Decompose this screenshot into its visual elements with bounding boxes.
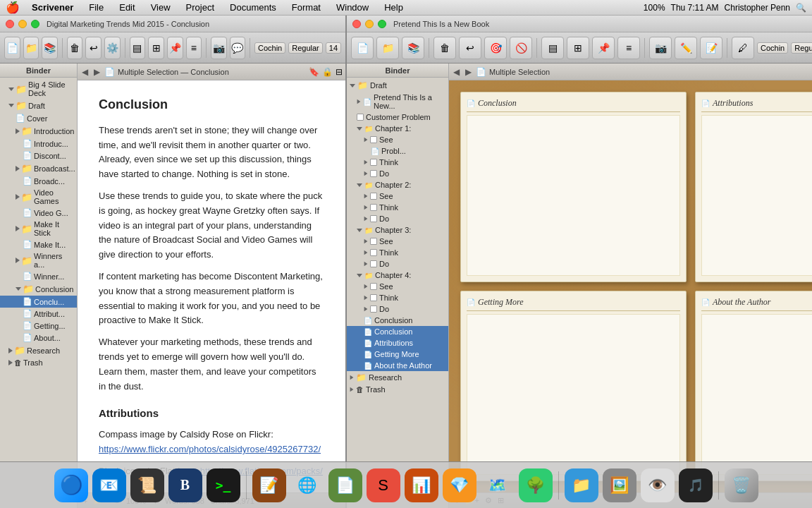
binder-item-makeit[interactable]: 📄 Make It... bbox=[0, 238, 77, 250]
view-btn[interactable]: ▤ bbox=[130, 37, 146, 59]
menu-documents[interactable]: Documents bbox=[226, 1, 280, 14]
dock-terminal[interactable]: >_ bbox=[207, 468, 240, 502]
binder-item-videog[interactable]: 📄 Video G... bbox=[0, 207, 77, 219]
dock-photos[interactable]: 🖼️ bbox=[603, 468, 636, 502]
r-delete-btn[interactable]: 🗑 bbox=[433, 37, 456, 59]
r-view-btn[interactable]: ▤ bbox=[541, 37, 564, 59]
r-back-btn[interactable]: ↩ bbox=[459, 37, 481, 59]
lock-icon[interactable]: 🔒 bbox=[322, 67, 333, 77]
r-prohibit-btn[interactable]: 🚫 bbox=[510, 37, 532, 59]
rb-c4-see[interactable]: See bbox=[347, 281, 448, 292]
r-font-style-selector[interactable]: Regular bbox=[791, 42, 812, 54]
right-close-button[interactable] bbox=[352, 20, 361, 28]
r-new-doc-btn[interactable]: 📄 bbox=[351, 37, 374, 59]
comment-btn[interactable]: 💬 bbox=[230, 37, 246, 59]
dock-filemanager[interactable]: 📁 bbox=[565, 468, 598, 502]
new-doc-btn[interactable]: 📄 bbox=[4, 37, 20, 59]
binder-item-conclusion-folder[interactable]: 📁 Conclusion bbox=[0, 282, 77, 296]
delete-btn[interactable]: 🗑 bbox=[67, 37, 83, 59]
cork-card-conclusion[interactable]: 📄 Conclusion bbox=[460, 92, 687, 282]
rb-trash[interactable]: 🗑 Trash bbox=[347, 384, 448, 395]
binder-item-introduction[interactable]: 📁 Introduction bbox=[0, 124, 77, 138]
rb-c3-see[interactable]: See bbox=[347, 236, 448, 247]
rb-chapter1[interactable]: 📁 Chapter 1: bbox=[347, 123, 448, 134]
dock-outlook[interactable]: 📧 bbox=[92, 468, 126, 502]
rb-c2-think[interactable]: Think bbox=[347, 202, 448, 213]
rb-customer-problem[interactable]: Customer Problem bbox=[347, 111, 448, 123]
dock-musicviz[interactable]: 🎵 bbox=[679, 468, 713, 502]
binder-item-introduc[interactable]: 📄 Introduc... bbox=[0, 138, 77, 150]
r-nav-back[interactable]: ◀ bbox=[452, 67, 461, 77]
binder-item-draft[interactable]: 📁 Draft bbox=[0, 99, 77, 112]
r-stack-btn[interactable]: 📚 bbox=[402, 37, 424, 59]
binder-item-big4[interactable]: 📁 Big 4 Slide Deck bbox=[0, 79, 77, 99]
apple-menu[interactable]: 🍎 bbox=[6, 1, 20, 14]
r-snapshot-btn[interactable]: 📷 bbox=[649, 37, 672, 59]
menu-file[interactable]: File bbox=[85, 1, 107, 14]
snapshot-btn[interactable]: 📷 bbox=[211, 37, 227, 59]
rb-c2-see[interactable]: See bbox=[347, 190, 448, 202]
rb-c1-do[interactable]: Do bbox=[347, 168, 448, 179]
rb-c3-do[interactable]: Do bbox=[347, 258, 448, 270]
document-content[interactable]: Conclusion These trends aren't set in st… bbox=[78, 80, 345, 492]
dock-sketch[interactable]: 💎 bbox=[443, 468, 476, 502]
r-layout-btn[interactable]: ⊞ bbox=[567, 37, 589, 59]
binder-item-research[interactable]: 📁 Research bbox=[0, 344, 77, 357]
binder-item-conclu[interactable]: 📄 Conclu... bbox=[0, 296, 77, 308]
r-target-btn[interactable]: 🎯 bbox=[484, 37, 507, 59]
dock-scrivener[interactable]: 📝 bbox=[252, 468, 286, 502]
rb-research[interactable]: 📁 Research bbox=[347, 371, 448, 384]
rb-about-author[interactable]: 📄 About the Author bbox=[347, 360, 448, 371]
rb-conclusion-doc[interactable]: 📄 Conclusion bbox=[347, 315, 448, 326]
rb-getting-more[interactable]: 📄 Getting More bbox=[347, 349, 448, 360]
cork-card-getting-more[interactable]: 📄 Getting More bbox=[460, 291, 687, 481]
outline-btn[interactable]: ≡ bbox=[186, 37, 202, 59]
bookmark-icon[interactable]: 🔖 bbox=[309, 67, 319, 77]
menu-format[interactable]: Format bbox=[288, 1, 324, 14]
menu-view[interactable]: View bbox=[147, 1, 174, 14]
compile-btn[interactable]: ⚙️ bbox=[104, 37, 121, 59]
nav-forward-btn[interactable]: ▶ bbox=[92, 67, 102, 77]
font-style-selector[interactable]: Regular bbox=[288, 42, 323, 54]
dock-maps[interactable]: 🗺️ bbox=[481, 468, 515, 502]
rb-c4-think[interactable]: Think bbox=[347, 292, 448, 303]
binder-item-cover[interactable]: 📄 Cover bbox=[0, 112, 77, 124]
menu-edit[interactable]: Edit bbox=[116, 1, 138, 14]
r-outline-btn[interactable]: ≡ bbox=[617, 37, 640, 59]
dock-scripteditor[interactable]: 📜 bbox=[130, 468, 164, 502]
rb-c4-do[interactable]: Do bbox=[347, 303, 448, 315]
menu-scrivener[interactable]: Scrivener bbox=[28, 1, 77, 14]
back-btn[interactable]: ↩ bbox=[85, 37, 102, 59]
rb-c2-do[interactable]: Do bbox=[347, 213, 448, 224]
binder-item-broadcast[interactable]: 📁 Broadcast... bbox=[0, 162, 77, 175]
dock-finder[interactable]: 🔵 bbox=[54, 468, 88, 502]
attribution-1-link[interactable]: https://www.flickr.com/photos/calsidyros… bbox=[99, 444, 321, 454]
rb-attributions[interactable]: 📄 Attributions bbox=[347, 337, 448, 349]
r-folder-btn[interactable]: 📁 bbox=[376, 37, 399, 59]
layout-btn[interactable]: ⊞ bbox=[148, 37, 164, 59]
minimize-button[interactable] bbox=[18, 20, 27, 28]
spotlight-icon[interactable]: 🔍 bbox=[796, 3, 806, 13]
binder-item-broadc[interactable]: 📄 Broadc... bbox=[0, 175, 77, 187]
cork-card-about-author[interactable]: 📄 About the Author bbox=[695, 291, 812, 481]
rb-c3-think[interactable]: Think bbox=[347, 247, 448, 258]
rb-draft[interactable]: 📁 Draft bbox=[347, 79, 448, 92]
corkboard-btn[interactable]: 📌 bbox=[167, 37, 183, 59]
rb-problem[interactable]: 📄 Probl... bbox=[347, 145, 448, 157]
dock-preview[interactable]: 👁️ bbox=[641, 468, 675, 502]
font-selector[interactable]: Cochin bbox=[254, 42, 285, 54]
binder-item-trash[interactable]: 🗑 Trash bbox=[0, 357, 77, 368]
rb-conclusion-selected[interactable]: 📄 Conclusion bbox=[347, 326, 448, 337]
r-pencil-btn[interactable]: ✏️ bbox=[675, 37, 697, 59]
dock-bbedit[interactable]: B bbox=[168, 468, 202, 502]
binder-item-about[interactable]: 📄 About... bbox=[0, 332, 77, 344]
split-icon[interactable]: ⊟ bbox=[336, 67, 343, 77]
stack-btn[interactable]: 📚 bbox=[42, 37, 58, 59]
folder-btn[interactable]: 📁 bbox=[23, 37, 39, 59]
r-font-selector[interactable]: Cochin bbox=[757, 42, 788, 54]
dock-trash[interactable]: 🗑️ bbox=[725, 468, 758, 502]
binder-item-winner[interactable]: 📄 Winner... bbox=[0, 270, 77, 282]
menu-window[interactable]: Window bbox=[333, 1, 372, 14]
close-button[interactable] bbox=[6, 20, 14, 28]
cork-card-attributions[interactable]: 📄 Attributions bbox=[695, 92, 812, 282]
